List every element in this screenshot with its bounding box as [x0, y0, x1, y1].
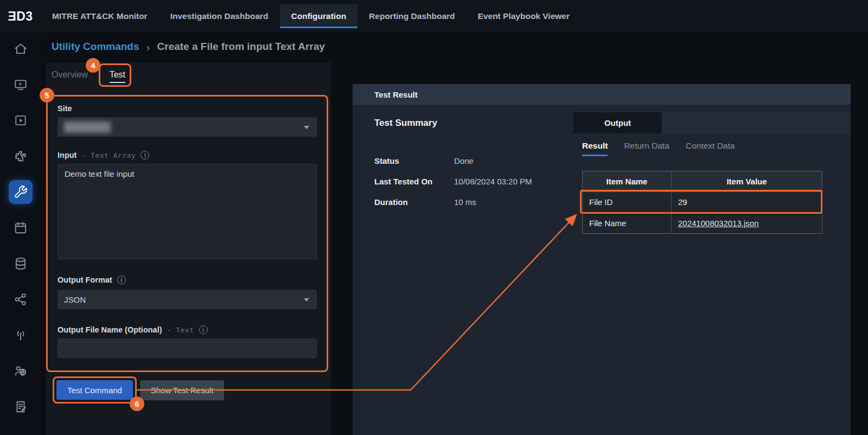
sidebar-item-database[interactable] [9, 252, 33, 276]
sidebar-item-home[interactable] [9, 37, 33, 61]
breadcrumb-current-page: Create a File from input Text Array [157, 41, 325, 53]
nav-item-investigation-dashboard[interactable]: Investigation Dashboard [159, 4, 280, 28]
site-label: Site [58, 104, 317, 113]
input-type-hint: - Text Array [81, 151, 136, 159]
summary-row-status: Status Done [374, 150, 532, 171]
step-badge-4: 4 [86, 58, 100, 73]
info-icon[interactable] [199, 325, 208, 334]
summary-row-duration: Duration 10 ms [374, 191, 532, 212]
share-network-icon [14, 292, 28, 306]
test-command-button[interactable]: Test Command [56, 380, 133, 400]
result-table: Item Name Item Value File ID 29 File Nam… [582, 171, 822, 234]
sidebar-item-integrations[interactable] [9, 144, 33, 168]
summary-row-last-tested: Last Tested On 10/08/2024 03:20 PM [374, 171, 532, 191]
test-summary-title: Test Summary [374, 118, 437, 129]
table-cell-file-name-value: 20241008032013.json [672, 213, 822, 233]
table-cell-file-name-name: File Name [583, 213, 672, 233]
sidebar-item-calendar[interactable] [9, 216, 33, 240]
output-format-dropdown[interactable]: JSON [58, 290, 317, 309]
nav-item-reporting-dashboard[interactable]: Reporting Dashboard [358, 4, 466, 28]
icon-sidebar [0, 33, 41, 435]
last-tested-value: 10/08/2024 03:20 PM [454, 177, 532, 186]
database-icon [14, 257, 28, 271]
input-label-row: Input - Text Array [58, 151, 317, 159]
user-globe-icon [14, 364, 28, 378]
status-label: Status [374, 156, 454, 165]
tab-overview[interactable]: Overview [52, 70, 88, 80]
sidebar-item-network[interactable] [9, 287, 33, 311]
top-nav-items: MITRE ATT&CK Monitor Investigation Dashb… [41, 0, 581, 33]
show-test-result-button[interactable]: Show Test Result [140, 380, 224, 400]
table-header-item-value: Item Value [672, 171, 822, 192]
tab-return-data[interactable]: Return Data [624, 141, 669, 155]
site-value-redacted [64, 121, 111, 133]
breadcrumb: Utility Commands › Create a File from in… [52, 37, 325, 56]
info-icon[interactable] [141, 151, 149, 159]
test-summary: Status Done Last Tested On 10/08/2024 03… [374, 150, 532, 212]
output-format-label: Output Format [58, 276, 112, 284]
output-sub-tabs: Result Return Data Context Data [582, 141, 735, 156]
sidebar-item-monitor[interactable] [9, 73, 33, 97]
tab-context-data[interactable]: Context Data [686, 141, 735, 155]
table-cell-file-id-name: File ID [583, 192, 672, 213]
breadcrumb-separator-icon: › [146, 41, 150, 53]
duration-label: Duration [374, 197, 454, 207]
info-icon[interactable] [117, 276, 126, 284]
output-format-value: JSON [64, 295, 86, 304]
nav-item-event-playbook-viewer[interactable]: Event Playbook Viewer [467, 4, 581, 28]
status-value: Done [454, 156, 532, 165]
breadcrumb-utility-commands[interactable]: Utility Commands [52, 41, 139, 53]
wrench-icon [14, 185, 28, 199]
table-cell-file-id-value: 29 [672, 192, 822, 213]
test-result-title: Test Result [374, 90, 418, 99]
broadcast-icon [14, 328, 28, 342]
duration-value: 10 ms [454, 197, 532, 207]
nav-item-configuration[interactable]: Configuration [280, 4, 358, 28]
document-pen-icon [14, 400, 28, 414]
video-play-icon [14, 113, 28, 127]
annotation-box-test-command: Test Command [53, 376, 137, 404]
input-textarea[interactable]: Demo text file input [58, 164, 317, 259]
output-file-name-input[interactable] [58, 338, 317, 358]
calendar-icon [14, 221, 28, 235]
test-form: Site Input - Text Array Demo text file i… [46, 95, 328, 372]
tab-result[interactable]: Result [582, 141, 608, 156]
output-file-label-row: Output File Name (Optional) - Text [58, 325, 317, 334]
step-badge-6: 6 [130, 396, 144, 411]
d3-logo: ƎD3 [0, 9, 41, 24]
test-result-header: Test Result [353, 84, 851, 105]
monitor-play-icon [14, 78, 28, 92]
file-name-link[interactable]: 20241008032013.json [678, 219, 758, 228]
top-nav: ƎD3 MITRE ATT&CK Monitor Investigation D… [0, 0, 868, 33]
nav-item-mitre-attack-monitor[interactable]: MITRE ATT&CK Monitor [41, 4, 159, 28]
sidebar-item-globe[interactable] [9, 359, 33, 383]
output-file-type-hint: - Text [167, 326, 194, 334]
sidebar-item-utility-commands[interactable] [9, 180, 33, 204]
step-badge-5: 5 [40, 88, 54, 103]
puzzle-icon [14, 149, 28, 163]
test-result-panel: Test Result Test Summary Status Done Las… [353, 84, 851, 435]
last-tested-label: Last Tested On [374, 177, 454, 186]
sidebar-item-broadcast[interactable] [9, 323, 33, 347]
home-icon [14, 42, 28, 56]
input-label: Input [58, 151, 76, 159]
tab-test[interactable]: Test [110, 70, 125, 83]
sidebar-item-audit[interactable] [9, 395, 33, 419]
table-header-item-name: Item Name [583, 171, 672, 192]
site-dropdown[interactable] [58, 117, 317, 137]
app-window: ƎD3 MITRE ATT&CK Monitor Investigation D… [0, 0, 868, 435]
output-format-label-row: Output Format [58, 276, 317, 284]
tab-output[interactable]: Output [573, 112, 662, 133]
output-file-name-label: Output File Name (Optional) [58, 325, 162, 334]
sidebar-item-video[interactable] [9, 108, 33, 132]
